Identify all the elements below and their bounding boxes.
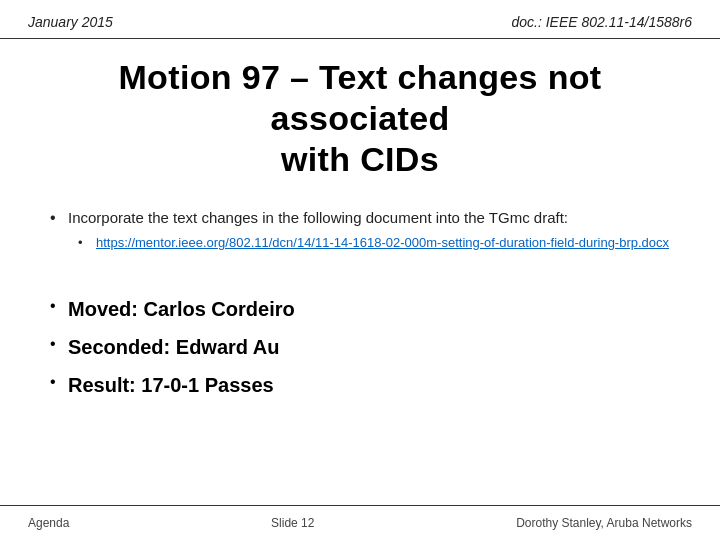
- results-section: • Moved: Carlos Cordeiro • Seconded: Edw…: [0, 275, 720, 419]
- title-section: Motion 97 – Text changes not associated …: [0, 49, 720, 197]
- bullet-text-1: Incorporate the text changes in the foll…: [68, 207, 670, 252]
- result-dot-0: •: [50, 297, 68, 315]
- bullet-text-1-label: Incorporate the text changes in the foll…: [68, 209, 568, 226]
- title-line2: with CIDs: [281, 140, 439, 178]
- bullet-dot-1: •: [50, 209, 68, 227]
- result-item-2: • Result: 17-0-1 Passes: [50, 371, 670, 399]
- slide-footer: Agenda Slide 12 Dorothy Stanley, Aruba N…: [0, 505, 720, 540]
- header-doc-ref: doc.: IEEE 802.11-14/1588r6: [511, 14, 692, 30]
- bullet-item-1: • Incorporate the text changes in the fo…: [50, 207, 670, 252]
- footer-center: Slide 12: [271, 516, 314, 530]
- sub-bullet-dot-1: •: [78, 234, 96, 252]
- slide-header: January 2015 doc.: IEEE 802.11-14/1588r6: [0, 0, 720, 39]
- result-dot-2: •: [50, 373, 68, 391]
- footer-right: Dorothy Stanley, Aruba Networks: [516, 516, 692, 530]
- result-dot-1: •: [50, 335, 68, 353]
- result-text-0: Moved: Carlos Cordeiro: [68, 295, 295, 323]
- slide-container: January 2015 doc.: IEEE 802.11-14/1588r6…: [0, 0, 720, 540]
- result-text-1: Seconded: Edward Au: [68, 333, 280, 361]
- result-item-0: • Moved: Carlos Cordeiro: [50, 295, 670, 323]
- footer-left: Agenda: [28, 516, 69, 530]
- result-text-2: Result: 17-0-1 Passes: [68, 371, 274, 399]
- content-section: • Incorporate the text changes in the fo…: [0, 197, 720, 274]
- sub-bullet-1: • https://mentor.ieee.org/802.11/dcn/14/…: [78, 234, 670, 252]
- result-item-1: • Seconded: Edward Au: [50, 333, 670, 361]
- sub-bullet-link-1[interactable]: https://mentor.ieee.org/802.11/dcn/14/11…: [96, 234, 669, 252]
- title-line1: Motion 97 – Text changes not associated: [118, 58, 601, 137]
- header-date: January 2015: [28, 14, 113, 30]
- slide-title: Motion 97 – Text changes not associated …: [40, 57, 680, 179]
